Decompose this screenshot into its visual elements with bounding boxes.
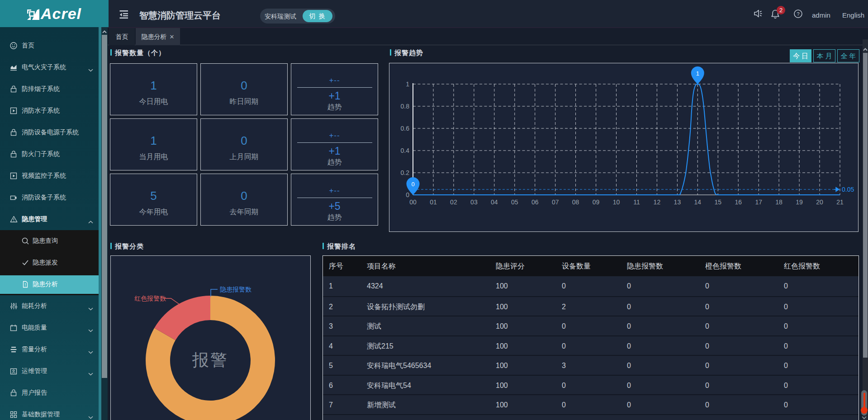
- svg-text:17: 17: [755, 198, 762, 206]
- svg-text:08: 08: [572, 198, 579, 206]
- svg-text:1: 1: [406, 80, 409, 88]
- svg-text:18: 18: [775, 198, 783, 206]
- svg-text:19: 19: [796, 198, 803, 206]
- svg-text:0.6: 0.6: [401, 125, 410, 132]
- svg-text:21: 21: [836, 198, 844, 206]
- svg-text:0: 0: [411, 181, 414, 188]
- svg-text:?: ?: [797, 11, 799, 17]
- svg-text:02: 02: [450, 198, 457, 206]
- svg-text:05: 05: [511, 198, 518, 206]
- svg-text:0.4: 0.4: [401, 147, 410, 154]
- svg-text:07: 07: [552, 198, 559, 206]
- svg-text:0.2: 0.2: [401, 169, 410, 176]
- svg-text:14: 14: [694, 198, 702, 206]
- svg-text:0: 0: [406, 191, 409, 198]
- svg-text:1: 1: [696, 70, 699, 77]
- svg-text:报警: 报警: [192, 351, 228, 369]
- svg-text:红色报警数: 红色报警数: [134, 295, 166, 302]
- svg-text:01: 01: [430, 198, 437, 206]
- svg-text:13: 13: [674, 198, 681, 206]
- svg-text:16: 16: [735, 198, 742, 206]
- svg-text:00: 00: [409, 198, 417, 206]
- svg-text:20: 20: [816, 198, 823, 206]
- svg-text:15: 15: [715, 198, 722, 206]
- svg-text:隐患报警数: 隐患报警数: [220, 286, 251, 293]
- svg-text:09: 09: [593, 198, 600, 206]
- svg-text:0.8: 0.8: [401, 103, 410, 110]
- svg-text:0.05: 0.05: [842, 186, 854, 193]
- svg-text:06: 06: [531, 198, 539, 206]
- svg-text:10: 10: [613, 198, 620, 206]
- svg-text:03: 03: [470, 198, 478, 206]
- svg-text:04: 04: [491, 198, 498, 206]
- svg-text:11: 11: [633, 198, 640, 206]
- svg-text:12: 12: [654, 198, 661, 206]
